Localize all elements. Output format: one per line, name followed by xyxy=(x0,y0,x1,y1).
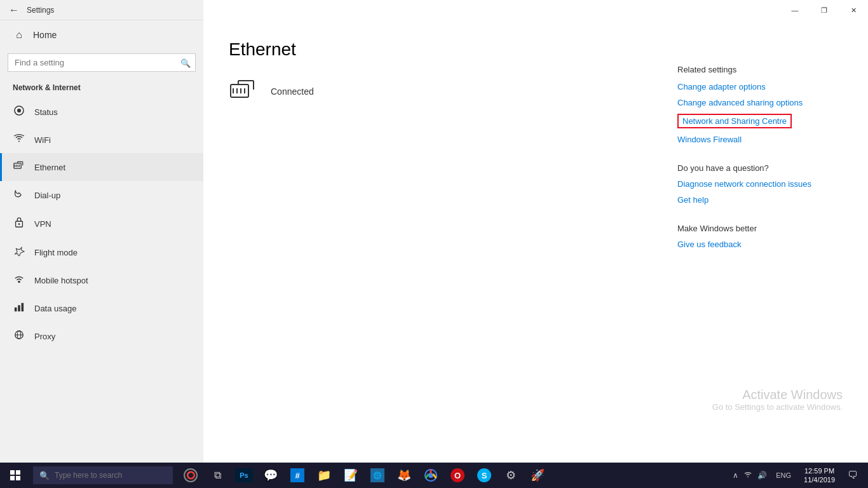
hotspot-icon xyxy=(13,274,25,287)
flightmode-icon xyxy=(13,246,25,259)
volume-tray-icon[interactable]: 🔊 xyxy=(756,471,768,480)
sidebar-item-flightmode[interactable]: Flight mode xyxy=(0,238,203,266)
sidebar-item-wifi[interactable]: WiFi xyxy=(0,126,203,153)
sidebar-label-wifi: WiFi xyxy=(34,135,51,145)
titlebar: ← Settings xyxy=(0,0,203,20)
wifi-icon xyxy=(13,134,25,146)
sidebar-label-flightmode: Flight mode xyxy=(34,248,78,257)
taskbar-search-input[interactable] xyxy=(55,471,166,480)
search-container: 🔍 xyxy=(8,53,196,72)
sidebar-section-title: Network & Internet xyxy=(0,78,203,97)
svg-rect-27 xyxy=(10,470,15,475)
taskbar-right: ∧ 🔊 ENG 12:59 PM 11/4/2019 🗨 xyxy=(731,463,868,488)
activate-title: Activate Windows xyxy=(712,388,843,402)
sidebar-label-datausage: Data usage xyxy=(34,304,77,313)
svg-rect-29 xyxy=(10,476,15,480)
get-help-link[interactable]: Get help xyxy=(677,195,843,205)
sidebar-label-proxy: Proxy xyxy=(34,332,55,341)
taskbar: 🔍 ⭕ ⧉ Ps 💬 # 📁 📝 🌐 🦊 xyxy=(0,463,868,488)
svg-rect-13 xyxy=(15,308,17,311)
notification-button[interactable]: 🗨 xyxy=(843,463,863,488)
rocket-icon[interactable]: 🚀 xyxy=(525,463,550,488)
activate-watermark: Activate Windows Go to Settings to activ… xyxy=(712,388,843,412)
taskbar-search-icon: 🔍 xyxy=(39,471,50,480)
connected-label: Connected xyxy=(271,86,314,97)
search-input[interactable] xyxy=(8,53,196,72)
feedback-link[interactable]: Give us feedback xyxy=(677,240,843,249)
opera-icon[interactable]: O xyxy=(445,463,470,488)
taskbar-app-icons: ⭕ ⧉ Ps 💬 # 📁 📝 🌐 🦊 xyxy=(178,463,550,488)
home-icon: ⌂ xyxy=(13,29,25,41)
taskbar-clock[interactable]: 12:59 PM 11/4/2019 xyxy=(799,466,840,485)
sidebar-label-hotspot: Mobile hotspot xyxy=(34,276,88,285)
vpn-icon xyxy=(13,217,25,231)
svg-point-11 xyxy=(18,223,20,225)
whatsapp-icon[interactable]: 💬 xyxy=(258,463,283,488)
ethernet-main-icon xyxy=(229,79,261,104)
question-section-title: Do you have a question? xyxy=(677,163,843,173)
show-hidden-icons[interactable]: ∧ xyxy=(731,471,740,480)
calculator-icon[interactable]: # xyxy=(285,463,310,488)
ethernet-icon-sidebar xyxy=(13,161,25,173)
network-tray-icon[interactable] xyxy=(742,471,754,480)
sidebar-label-dialup: Dial-up xyxy=(34,191,60,200)
svg-rect-14 xyxy=(18,305,20,311)
datausage-icon xyxy=(13,302,25,315)
settings-icon-taskbar[interactable]: ⚙ xyxy=(498,463,524,488)
sidebar-label-status: Status xyxy=(34,107,58,117)
minimize-button[interactable]: — xyxy=(780,0,810,20)
task-view-button[interactable]: ⧉ xyxy=(205,463,230,488)
svg-point-12 xyxy=(18,281,20,283)
sidebar-label-ethernet: Ethernet xyxy=(34,163,65,172)
search-icon: 🔍 xyxy=(180,58,191,67)
svg-point-1 xyxy=(17,109,21,112)
main-content: Ethernet Connected Related settings Chan… xyxy=(203,20,868,463)
related-settings-panel: Related settings Change adapter options … xyxy=(677,65,843,255)
clock-date: 11/4/2019 xyxy=(804,475,835,484)
sidebar-item-datausage[interactable]: Data usage xyxy=(0,294,203,322)
back-button[interactable]: ← xyxy=(6,3,22,18)
sidebar-home[interactable]: ⌂ Home xyxy=(0,20,203,50)
language-label: ENG xyxy=(776,471,791,479)
taskbar-search-box[interactable]: 🔍 xyxy=(33,466,173,484)
chrome-icon[interactable] xyxy=(418,463,444,488)
cortana-button[interactable]: ⭕ xyxy=(178,463,203,488)
titlebar-title: Settings xyxy=(27,6,54,15)
windows-better-title: Make Windows better xyxy=(677,224,843,233)
sidebar-item-ethernet[interactable]: Ethernet xyxy=(0,153,203,181)
start-button[interactable] xyxy=(0,463,31,488)
sticky-notes-icon[interactable]: 📝 xyxy=(338,463,363,488)
svg-rect-30 xyxy=(16,476,20,480)
firewall-link[interactable]: Windows Firewall xyxy=(677,135,843,144)
sidebar-item-proxy[interactable]: Proxy xyxy=(0,322,203,350)
status-icon xyxy=(13,105,25,119)
diagnose-link[interactable]: Diagnose network connection issues xyxy=(677,179,843,189)
file-explorer-icon[interactable]: 📁 xyxy=(311,463,337,488)
firefox-icon[interactable]: 🦊 xyxy=(391,463,417,488)
sidebar-item-hotspot[interactable]: Mobile hotspot xyxy=(0,266,203,294)
language-tray: ENG xyxy=(771,471,796,479)
change-adapter-link[interactable]: Change adapter options xyxy=(677,82,843,92)
sidebar-item-vpn[interactable]: VPN xyxy=(0,209,203,238)
window-controls: — ❐ ✕ xyxy=(780,0,868,20)
change-sharing-link[interactable]: Change advanced sharing options xyxy=(677,98,843,107)
sidebar-item-dialup[interactable]: Dial-up xyxy=(0,181,203,209)
related-settings-title: Related settings xyxy=(677,65,843,74)
home-label: Home xyxy=(33,30,57,40)
photoshop-icon[interactable]: Ps xyxy=(231,463,257,488)
activate-subtitle: Go to Settings to activate Windows. xyxy=(712,402,843,412)
page-title: Ethernet xyxy=(229,39,843,60)
sidebar-item-status[interactable]: Status xyxy=(0,97,203,126)
dialup-icon xyxy=(13,189,25,201)
network-icon-taskbar[interactable]: 🌐 xyxy=(365,463,390,488)
network-centre-link[interactable]: Network and Sharing Centre xyxy=(677,114,792,128)
skype-icon[interactable]: S xyxy=(471,463,497,488)
svg-rect-15 xyxy=(22,303,24,311)
proxy-icon xyxy=(13,330,25,342)
maximize-button[interactable]: ❐ xyxy=(810,0,839,20)
svg-rect-28 xyxy=(16,470,20,475)
sidebar: ⌂ Home 🔍 Network & Internet Status WiFi xyxy=(0,20,203,463)
sidebar-label-vpn: VPN xyxy=(34,219,51,229)
clock-time: 12:59 PM xyxy=(804,466,834,475)
close-button[interactable]: ✕ xyxy=(839,0,868,20)
